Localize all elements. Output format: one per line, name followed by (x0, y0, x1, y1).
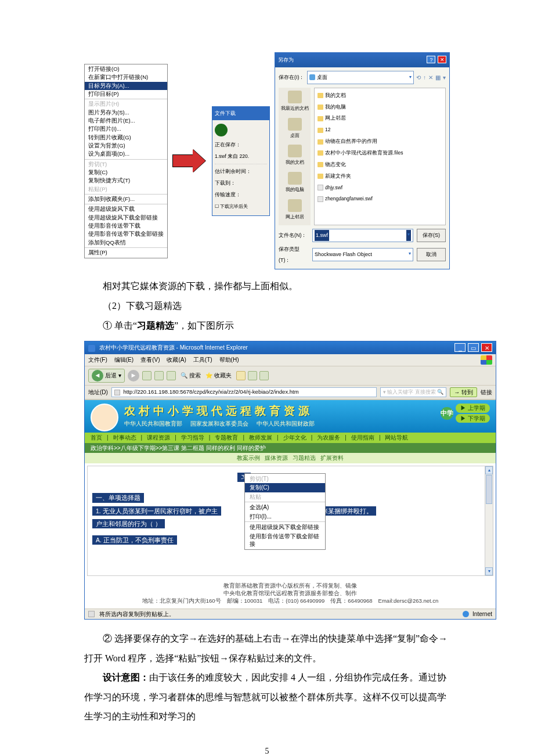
scroll-down-icon[interactable]: ▾ (485, 567, 493, 575)
menu-item[interactable]: 查看(V) (140, 356, 160, 364)
file-list-item[interactable]: 我的电脑 (316, 102, 443, 113)
file-list-item[interactable]: 农村中小学现代远程教育资源.files (316, 147, 443, 159)
file-list-item[interactable]: zhengdangfanwei.swf (316, 193, 443, 205)
save-button[interactable]: 保存(S) (417, 229, 446, 242)
toolbar-button[interactable]: 🔍 搜索 (181, 372, 201, 380)
context-menu-item[interactable]: 添加到QQ表情 (85, 239, 167, 247)
home-icon[interactable] (167, 371, 176, 380)
subnav-item[interactable]: 媒体资源 (265, 455, 288, 461)
nav-item[interactable]: 使用指南 (351, 434, 374, 442)
context-menu-item[interactable]: 电子邮件图片(E)... (85, 117, 167, 125)
context-menu-item[interactable]: 设置为背景(G) (85, 142, 167, 150)
file-list-item[interactable]: 我的文档 (316, 90, 443, 102)
url-input[interactable]: http://220.161.198.180:5678/czpd/kczy/xi… (111, 387, 377, 397)
context-menu-item[interactable]: 复制(C) (245, 483, 325, 492)
subnav-item[interactable]: 习题精选 (293, 455, 316, 461)
nav-item[interactable]: 为农服务 (317, 434, 340, 442)
close-after-checkbox[interactable]: ☐ 下载完毕后关 (215, 202, 267, 212)
semester-down-button[interactable]: ▶ 下学期 (456, 414, 490, 423)
context-menu-item[interactable]: 粘贴(P) (85, 185, 167, 193)
context-menu-item[interactable]: 复制快捷方式(T) (85, 177, 167, 185)
context-menu-item[interactable]: 粘贴 (245, 492, 325, 502)
refresh-icon[interactable] (154, 371, 164, 380)
context-menu-item[interactable]: 使用超级旋风下载 (85, 205, 167, 213)
context-menu-item[interactable]: 转到图片收藏(G) (85, 134, 167, 142)
toolbar-button[interactable]: ⭐ 收藏夹 (205, 372, 232, 380)
semester-up-button[interactable]: ▶ 上学期 (456, 404, 490, 413)
nav-item[interactable]: 学习指导 (181, 434, 204, 442)
file-list-item[interactable]: 物态变化 (316, 159, 443, 171)
nav-item[interactable]: 网站导航 (385, 434, 408, 442)
forward-button[interactable]: ► (128, 370, 139, 381)
context-menu-item[interactable]: 打印目标(P) (85, 90, 167, 98)
history-icon[interactable] (236, 371, 246, 380)
toolbar-icon[interactable]: ▾ (443, 71, 446, 84)
save-in-combo[interactable]: 桌面 ▾ (307, 71, 414, 84)
context-menu-item[interactable]: 使用影音传送带下载全部链接 (245, 532, 325, 549)
context-menu-item[interactable]: 属性(P) (85, 249, 167, 257)
file-list-item[interactable]: dhjy.swf (316, 182, 443, 194)
scrollbar[interactable]: ▴ ▾ (485, 466, 493, 575)
context-menu-item[interactable]: 使用超级旋风下载全部链接 (245, 523, 325, 532)
edit-icon[interactable] (259, 371, 269, 380)
nav-item[interactable]: 少年文化 (283, 434, 306, 442)
subnav-item[interactable]: 教案示例 (237, 455, 260, 461)
context-menu-item[interactable]: 全选(A) (245, 503, 325, 512)
cancel-button[interactable]: 取消 (417, 248, 446, 261)
mail-icon[interactable] (248, 371, 257, 380)
place-item[interactable]: 我最近的文档 (280, 89, 309, 116)
close-icon[interactable]: ✕ (481, 343, 492, 352)
context-menu-item[interactable]: 图片另存为(S)... (85, 109, 167, 117)
context-menu-item[interactable]: 在新窗口中打开链接(N) (85, 73, 167, 81)
nav-item[interactable]: 首页 (91, 434, 102, 442)
help-icon[interactable]: ? (427, 56, 435, 63)
toolbar-icon[interactable]: ▦ (435, 71, 441, 84)
minimize-icon[interactable]: _ (454, 343, 466, 352)
context-menu-item[interactable]: 复制(C) (85, 168, 167, 177)
toolbar-icon[interactable]: ✕ (428, 71, 433, 84)
context-menu-item[interactable]: 打印(I)... (245, 512, 325, 521)
place-item[interactable]: 桌面 (280, 116, 309, 143)
context-menu-item[interactable]: 目标另存为(A)... (85, 82, 167, 90)
place-item[interactable]: 网上邻居 (280, 197, 309, 224)
file-list-item[interactable]: 新建文件夹 (316, 171, 443, 182)
file-list-item[interactable]: 动物在自然界中的作用 (316, 136, 443, 147)
scroll-thumb[interactable] (486, 475, 492, 504)
nav-item[interactable]: 时事动态 (113, 434, 136, 442)
nav-item[interactable]: 教师发展 (249, 434, 272, 442)
toolbar-icon[interactable]: ↑ (423, 71, 426, 84)
context-menu-item[interactable]: 使用超级旋风下载全部链接 (85, 214, 167, 222)
nav-item[interactable]: 专题教育 (215, 434, 238, 442)
subnav-item[interactable]: 扩展资料 (320, 455, 344, 461)
place-item[interactable]: 我的电脑 (280, 170, 309, 197)
context-menu-item[interactable]: 剪切(T) (85, 160, 167, 168)
stop-icon[interactable] (142, 371, 151, 380)
filetype-combo[interactable]: Shockwave Flash Object▾ (312, 248, 413, 261)
context-menu-item[interactable]: 使用影音传送带下载 (85, 222, 167, 230)
context-menu-item[interactable]: 打印图片(I)... (85, 125, 167, 133)
menu-item[interactable]: 收藏(A) (167, 356, 186, 364)
menu-item[interactable]: 工具(T) (193, 356, 212, 364)
context-menu-item[interactable]: 使用影音传送带下载全部链接 (85, 230, 167, 238)
file-list-item[interactable]: 12 (316, 124, 443, 136)
maximize-icon[interactable]: ▭ (468, 343, 479, 352)
links-button[interactable]: 链接 (481, 388, 492, 397)
search-input[interactable]: ▾ 输入关键字 直接搜索 🔍 (380, 387, 447, 397)
menu-item[interactable]: 编辑(E) (114, 356, 134, 364)
toolbar-icon[interactable]: ⟲ (416, 71, 421, 84)
place-item[interactable]: 我的文档 (280, 143, 309, 170)
menu-item[interactable]: 帮助(H) (219, 356, 239, 364)
nav-item[interactable]: 课程资源 (147, 434, 170, 442)
filename-input[interactable]: 1.swf▾ (312, 229, 413, 242)
menu-item[interactable]: 文件(F) (88, 356, 107, 364)
context-menu-item[interactable]: 打开链接(O) (85, 65, 167, 73)
back-button[interactable]: ◄ 后退 ▾ (88, 369, 125, 383)
scroll-up-icon[interactable]: ▴ (485, 466, 493, 474)
context-menu-item[interactable]: 剪切(T) (245, 474, 325, 484)
context-menu-item[interactable]: 添加到收藏夹(F)... (85, 195, 167, 203)
context-menu-item[interactable]: 显示图片(H) (85, 100, 167, 108)
file-list[interactable]: 我的文档我的电脑网上邻居12动物在自然界中的作用农村中小学现代远程教育资源.fi… (314, 88, 446, 225)
context-menu-item[interactable]: 设为桌面项(D)... (85, 150, 167, 158)
go-button[interactable]: → 转到 (450, 387, 477, 398)
close-icon[interactable]: ✕ (438, 56, 446, 63)
